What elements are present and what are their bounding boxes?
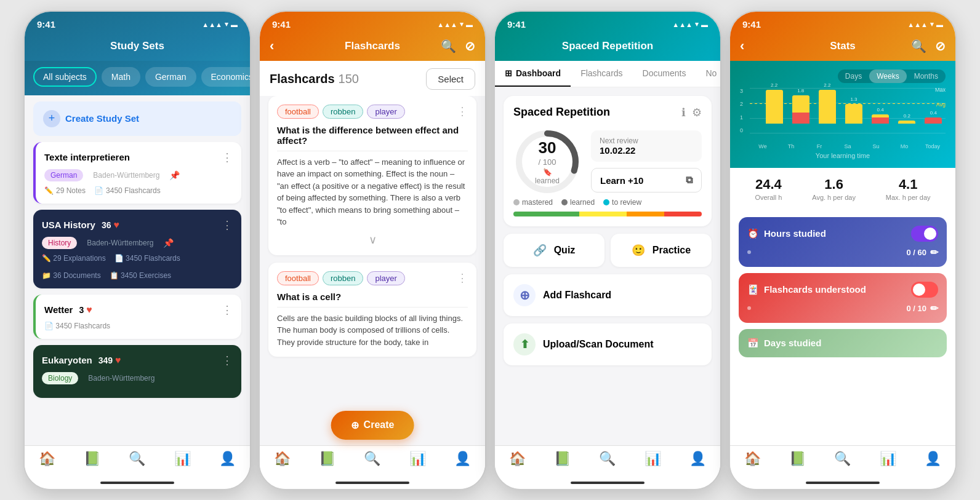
tab-flashcards[interactable]: Flashcards (571, 61, 632, 87)
nav-home-4[interactable]: 🏠 (744, 451, 761, 467)
quiz-button[interactable]: 🔗 Quiz (504, 234, 604, 267)
subject-all[interactable]: All subjects (33, 67, 97, 87)
card-dots-2[interactable]: ⋮ (457, 271, 468, 285)
tag-robben-2: robben (323, 271, 363, 285)
sr-two-btns: 🔗 Quiz 🙂 Practice (504, 234, 712, 267)
status-bar-3: 9:41 ▲▲▲ ▾ ▬ (495, 12, 720, 34)
flash-card-tags-1: football robben player ⋮ (277, 105, 468, 119)
info-icon[interactable]: ℹ (681, 106, 686, 119)
study-card-usa[interactable]: USA History 36 ♥ ⋮ History Baden-Württem… (33, 210, 241, 288)
nav-icons-4: 🔍 ⊘ (911, 39, 946, 54)
clock-icon: ⏰ (747, 228, 759, 239)
dot-learned (561, 199, 568, 205)
bar-chart: 2.2 1.8 2.2 1.3 (762, 90, 946, 136)
quiz-icon: 🔗 (533, 244, 547, 257)
tab-dashboard[interactable]: ⊞ Dashboard (495, 61, 571, 87)
card-stats-wetter: 📄 3450 Flashcards (44, 322, 233, 330)
stat-doc-usa: 📁 36 Documents (42, 271, 101, 280)
status-icons-4: ▲▲▲ ▾ ▬ (907, 20, 943, 28)
search-icon-4[interactable]: 🔍 (911, 39, 926, 54)
study-card-wetter[interactable]: Wetter 3 ♥ ⋮ 📄 3450 Flashcards (33, 295, 241, 339)
period-weeks[interactable]: Weeks (869, 69, 906, 83)
nav-chart-2[interactable]: 📊 (409, 451, 426, 467)
back-button-4[interactable]: ‹ (740, 38, 744, 54)
practice-button[interactable]: 🙂 Practice (611, 234, 712, 267)
subject-math[interactable]: Math (102, 67, 140, 87)
filter-icon-2[interactable]: ⊘ (465, 39, 475, 54)
flashcards-dot (747, 306, 751, 310)
flashcards-toggle[interactable] (911, 282, 938, 298)
nav-book-1[interactable]: 📗 (84, 451, 100, 467)
add-flashcard-button[interactable]: ⊕ Add Flashcard (504, 274, 712, 316)
nav-person-3[interactable]: 👤 (689, 451, 706, 467)
nav-person-4[interactable]: 👤 (925, 451, 941, 467)
subject-economics[interactable]: Economics (201, 67, 250, 87)
plus-icon-fab: ⊕ (351, 419, 359, 431)
flashcards-progress: 0 / 10 ✏ (747, 303, 938, 314)
filter-icon-4[interactable]: ⊘ (935, 39, 946, 54)
bar-group-fr: 2.2 (815, 82, 839, 124)
nav-book-3[interactable]: 📗 (554, 451, 571, 467)
tab-documents[interactable]: Documents (633, 61, 696, 87)
card-menu-wetter[interactable]: ⋮ (222, 303, 233, 317)
hours-toggle[interactable] (911, 226, 938, 242)
hours-edit[interactable]: ✏ (930, 247, 938, 258)
card-menu-usa[interactable]: ⋮ (222, 218, 233, 232)
study-sets-list: Texte interpretieren ⋮ German Baden-Würt… (25, 142, 250, 445)
tab-more[interactable]: No (696, 61, 720, 87)
nav-chart-1[interactable]: 📊 (174, 451, 191, 467)
nav-search-1[interactable]: 🔍 (129, 451, 145, 467)
tag-football-2: football (277, 271, 319, 285)
nav-search-4[interactable]: 🔍 (834, 451, 851, 467)
battery-icon-4: ▬ (936, 21, 943, 28)
period-months[interactable]: Months (907, 69, 946, 83)
bar-fr (819, 90, 836, 124)
back-button-2[interactable]: ‹ (270, 38, 274, 54)
nav-chart-3[interactable]: 📊 (645, 451, 661, 467)
days-title: 📅 Days studied (747, 338, 938, 349)
flash-card-1[interactable]: football robben player ⋮ What is the dif… (268, 96, 476, 255)
subject-german[interactable]: German (145, 67, 196, 87)
expand-icon-1[interactable]: ∨ (277, 233, 468, 247)
sr-circle-area: 30 / 100 🔖 learned Next review 10.02.22 … (513, 128, 702, 196)
period-days[interactable]: Days (838, 69, 869, 83)
nav-home-1[interactable]: 🏠 (39, 451, 55, 467)
flash-question-2: What is a cell? (277, 292, 468, 302)
nav-chart-4[interactable]: 📊 (880, 451, 896, 467)
create-study-set-button[interactable]: + Create Study Set (33, 101, 241, 136)
stats-chart-area: Days Weeks Months 3 2 1 0 (730, 61, 955, 168)
select-button[interactable]: Select (426, 68, 475, 90)
hours-dot (747, 250, 751, 254)
flashcards-edit[interactable]: ✏ (930, 303, 938, 314)
nav-book-2[interactable]: 📗 (319, 451, 335, 467)
upload-button[interactable]: ⬆ Upload/Scan Document (504, 323, 712, 365)
nav-person-2[interactable]: 👤 (454, 451, 471, 467)
signal-icon: ▲▲▲ (202, 21, 222, 28)
bottom-nav-2: 🏠 📗 🔍 📊 👤 (260, 445, 485, 477)
settings-icon[interactable]: ⚙ (692, 106, 702, 119)
card-menu-eukaryoten[interactable]: ⋮ (222, 354, 233, 367)
nav-home-2[interactable]: 🏠 (274, 451, 291, 467)
bar-value-sa: 1.3 (850, 97, 857, 102)
nav-home-3[interactable]: 🏠 (509, 451, 526, 467)
stat-avg-label: Avg. h per day (812, 194, 856, 201)
learn-button[interactable]: Learn +10 ⧉ (591, 168, 702, 192)
card-dots-1[interactable]: ⋮ (457, 105, 468, 118)
study-card-eukaryoten[interactable]: Eukaryoten 349 ♥ ⋮ Biology Baden-Württem… (33, 345, 241, 398)
location-texte: Baden-Württemberg (87, 169, 166, 181)
card-menu-texte[interactable]: ⋮ (222, 151, 233, 164)
search-icon-2[interactable]: 🔍 (441, 39, 456, 54)
pin-icon-texte: 📌 (169, 170, 180, 180)
bar-th-red (792, 113, 809, 124)
nav-search-3[interactable]: 🔍 (599, 451, 616, 467)
heart-icon-usa: ♥ (114, 220, 120, 231)
nav-person-1[interactable]: 👤 (219, 451, 236, 467)
nav-search-2[interactable]: 🔍 (364, 451, 380, 467)
nav-book-4[interactable]: 📗 (789, 451, 806, 467)
card-stats-usa: ✏️ 29 Explanations 📄 3450 Flashcards 📁 3… (42, 254, 233, 280)
create-fab-button[interactable]: ⊕ Create (331, 411, 414, 440)
study-card-texte[interactable]: Texte interpretieren ⋮ German Baden-Würt… (33, 142, 241, 204)
bar-group-mo: 0.2 (895, 113, 919, 124)
flash-card-2[interactable]: football robben player ⋮ What is a cell?… (268, 263, 476, 357)
bottom-nav-1: 🏠 📗 🔍 📊 👤 (25, 445, 250, 477)
